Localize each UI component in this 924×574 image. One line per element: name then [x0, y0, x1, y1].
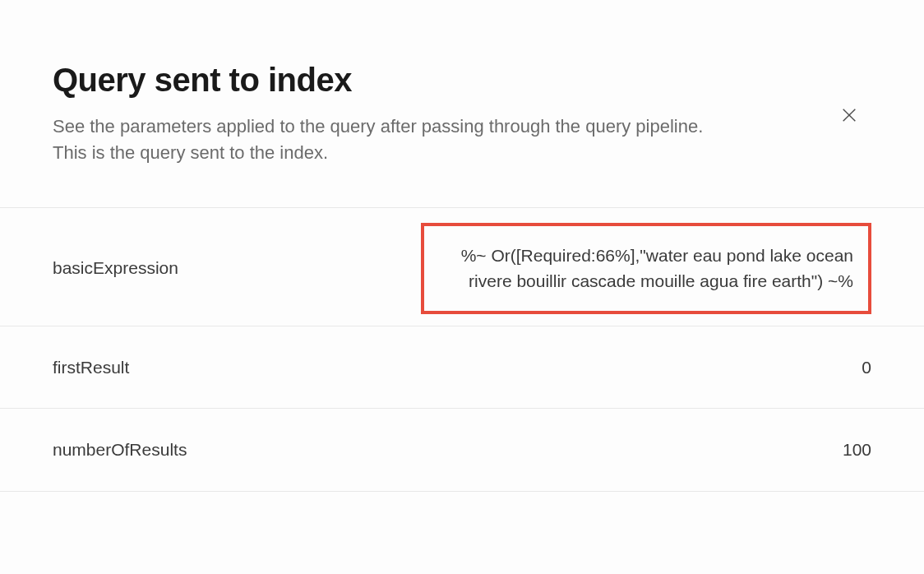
table-row: numberOfResults 100 [0, 408, 924, 492]
param-key: firstResult [53, 358, 129, 377]
table-row: basicExpression %~ Or([Required:66%],"wa… [0, 207, 924, 326]
param-value: 0 [862, 354, 871, 381]
param-key: numberOfResults [53, 440, 187, 460]
table-row: firstResult 0 [0, 326, 924, 409]
close-icon [840, 106, 858, 124]
page-title: Query sent to index [53, 62, 871, 99]
panel-header: Query sent to index See the parameters a… [0, 0, 924, 207]
highlight-box: %~ Or([Required:66%],"water eau pond lak… [421, 223, 871, 314]
parameters-table: basicExpression %~ Or([Required:66%],"wa… [0, 207, 924, 492]
param-key: basicExpression [53, 258, 178, 278]
page-subtitle: See the parameters applied to the query … [53, 113, 710, 166]
param-value: 100 [843, 437, 871, 463]
param-value: %~ Or([Required:66%],"water eau pond lak… [439, 243, 853, 294]
close-button[interactable] [836, 102, 862, 128]
